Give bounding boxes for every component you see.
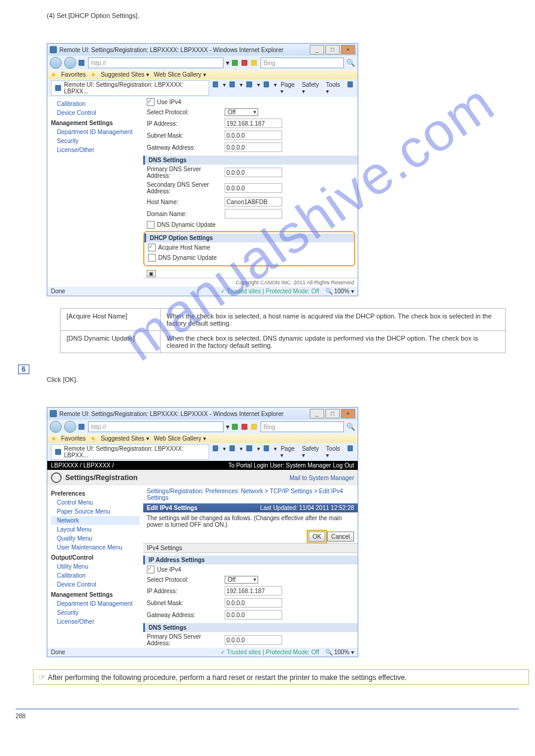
browser-tab[interactable]: Remote UI: Settings/Registration: LBPXXX…: [51, 444, 209, 460]
ip-address-label: IP Address:: [147, 588, 225, 594]
use-ipv4-checkbox[interactable]: [147, 98, 155, 106]
search-input[interactable]: Bing: [261, 57, 344, 68]
subnet-input[interactable]: [225, 130, 282, 140]
forward-button[interactable]: [64, 421, 76, 433]
help-icon[interactable]: [347, 81, 353, 87]
sidebar-item-dept-id[interactable]: Department ID Management: [51, 127, 140, 136]
suggested-sites[interactable]: Suggested Sites ▾: [101, 71, 149, 78]
breadcrumb[interactable]: Settings/Registration: Preferences: Netw…: [143, 485, 358, 503]
sidebar-item-security[interactable]: Security: [51, 136, 140, 145]
dns-dynamic2-label: DNS Dynamic Update: [158, 254, 217, 261]
forward-button[interactable]: [64, 57, 76, 69]
acquire-host-checkbox[interactable]: [148, 244, 156, 251]
sidebar-item-calibration[interactable]: Calibration: [51, 99, 140, 108]
sidebar-item-calibration[interactable]: Calibration: [51, 571, 140, 580]
dropdown-icon[interactable]: ▾: [226, 423, 229, 431]
ok-button[interactable]: OK: [309, 532, 325, 542]
page-menu[interactable]: Page ▾: [280, 445, 298, 459]
tools-menu[interactable]: Tools ▾: [326, 445, 343, 459]
tab-icon: [55, 449, 61, 455]
url-input[interactable]: http://: [88, 421, 223, 432]
gateway-input[interactable]: [225, 610, 282, 620]
status-bar: Done ✓ Trusted sites | Protected Mode: O…: [47, 287, 358, 296]
search-icon[interactable]: [251, 424, 257, 430]
suggested-sites[interactable]: Suggested Sites ▾: [101, 435, 149, 442]
back-button[interactable]: [50, 57, 62, 69]
print-icon[interactable]: [264, 445, 269, 451]
gateway-input[interactable]: [225, 142, 282, 152]
sidebar-item-license[interactable]: License/Other: [51, 145, 140, 154]
minimize-button[interactable]: _: [310, 45, 324, 54]
expand-icon[interactable]: ▣: [147, 270, 156, 277]
search-input[interactable]: Bing: [261, 421, 344, 432]
use-ipv4-checkbox[interactable]: [147, 566, 155, 573]
dns-dynamic2-checkbox[interactable]: [148, 254, 156, 262]
stop-icon[interactable]: [241, 424, 247, 430]
home-icon[interactable]: [213, 445, 218, 451]
tools-menu[interactable]: Tools ▾: [326, 81, 343, 95]
webslice[interactable]: Web Slice Gallery ▾: [154, 71, 206, 78]
feeds-icon[interactable]: [229, 81, 235, 87]
print-icon[interactable]: [264, 81, 269, 87]
mail-icon[interactable]: [246, 81, 252, 87]
host-name-input[interactable]: [225, 197, 282, 207]
sidebar-item-device-control[interactable]: Device Control: [51, 580, 140, 589]
search-go-icon[interactable]: 🔍: [346, 423, 355, 431]
search-icon[interactable]: [251, 60, 257, 66]
sidebar-item-usermaint[interactable]: User Maintenance Menu: [51, 543, 140, 552]
primary-dns-input[interactable]: [225, 635, 282, 645]
select-protocol-label: Select Protocol:: [147, 109, 225, 116]
address-bar: http:// ▾ Bing 🔍: [47, 56, 358, 70]
sidebar-item-paper[interactable]: Paper Source Menu: [51, 507, 140, 516]
primary-dns-input[interactable]: [225, 168, 282, 177]
minimize-button[interactable]: _: [310, 409, 324, 418]
url-input[interactable]: http://: [88, 57, 223, 68]
home-icon[interactable]: [213, 81, 218, 87]
domain-name-input[interactable]: [225, 209, 282, 218]
sidebar-item-device-control[interactable]: Device Control: [51, 108, 140, 117]
star-icon[interactable]: ★: [51, 71, 56, 78]
stop-icon[interactable]: [241, 60, 247, 66]
sidebar-item-control[interactable]: Control Menu: [51, 498, 140, 507]
help-icon[interactable]: [347, 445, 353, 451]
ip-address-input[interactable]: [225, 119, 282, 128]
select-protocol-dropdown[interactable]: Off: [225, 576, 258, 584]
dns-dynamic-checkbox[interactable]: [147, 221, 155, 229]
back-button[interactable]: [50, 421, 62, 433]
cancel-button[interactable]: Cancel: [327, 532, 354, 542]
sidebar-item-utility[interactable]: Utility Menu: [51, 562, 140, 571]
refresh-icon[interactable]: [232, 60, 238, 66]
page-menu[interactable]: Page ▾: [280, 81, 298, 95]
mail-icon[interactable]: [246, 445, 252, 451]
select-protocol-dropdown[interactable]: Off: [225, 108, 258, 116]
feeds-icon[interactable]: [229, 445, 235, 451]
secondary-dns-input[interactable]: [225, 183, 282, 193]
close-button[interactable]: ×: [341, 45, 355, 54]
sidebar-item-dept-id[interactable]: Department ID Management: [51, 599, 140, 608]
subnet-input[interactable]: [225, 598, 282, 608]
star-icon[interactable]: ★: [51, 435, 56, 442]
safety-menu[interactable]: Safety ▾: [302, 81, 322, 95]
sidebar-item-layout[interactable]: Layout Menu: [51, 525, 140, 534]
maximize-button[interactable]: □: [325, 45, 340, 54]
dropdown-icon[interactable]: ▾: [226, 59, 229, 67]
portal-login[interactable]: To Portal Login User: System Manager Log…: [228, 462, 354, 469]
sidebar-item-network[interactable]: Network: [51, 516, 140, 525]
search-go-icon[interactable]: 🔍: [346, 59, 355, 67]
sidebar-item-quality[interactable]: Quality Menu: [51, 534, 140, 543]
favorites-label[interactable]: Favorites: [61, 71, 86, 78]
sidebar-item-security[interactable]: Security: [51, 608, 140, 617]
note-hand-icon: ☞: [38, 672, 46, 682]
refresh-icon[interactable]: [232, 424, 238, 430]
close-button[interactable]: ×: [341, 409, 355, 418]
favorites-label[interactable]: Favorites: [61, 435, 86, 442]
mail-to-sysmgr[interactable]: Mail to System Manager: [289, 475, 354, 481]
maximize-button[interactable]: □: [325, 409, 340, 418]
note-text: After performing the following procedure…: [48, 673, 407, 682]
browser-tab[interactable]: Remote UI: Settings/Registration: LBPXXX…: [51, 80, 209, 96]
ip-address-input[interactable]: [225, 586, 282, 596]
webslice[interactable]: Web Slice Gallery ▾: [154, 435, 206, 442]
titlebar: Remote UI: Settings/Registration: LBPXXX…: [47, 44, 358, 56]
sidebar-item-license[interactable]: License/Other: [51, 617, 140, 626]
safety-menu[interactable]: Safety ▾: [302, 445, 322, 459]
